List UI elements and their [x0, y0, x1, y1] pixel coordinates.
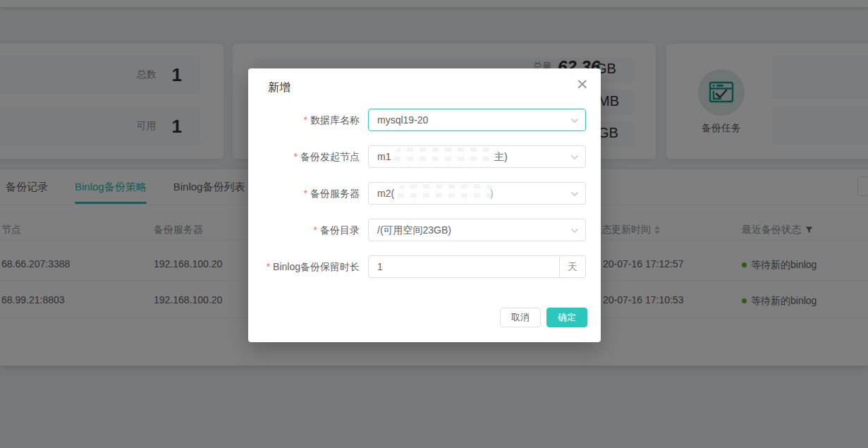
confirm-button[interactable]: 确定 [546, 308, 587, 327]
add-policy-modal: 新增 × *数据库名称 mysql19-20 *备份发起节点 m1 主) *备份… [248, 68, 601, 342]
required-asterisk: * [294, 151, 298, 162]
field-label: 备份服务器 [310, 188, 360, 199]
database-name-select[interactable]: mysql19-20 [368, 109, 586, 131]
chevron-down-icon [570, 116, 579, 125]
modal-title: 新增 [268, 80, 291, 95]
backup-server-suffix: ) [490, 183, 494, 204]
chevron-down-icon [570, 153, 579, 162]
field-backup-dir: *备份目录 /(可用空间23GB) [248, 219, 601, 241]
field-source-node: *备份发起节点 m1 主) [248, 145, 601, 168]
cancel-button[interactable]: 取消 [500, 308, 541, 327]
field-retention-duration: *Binlog备份保留时长 天 [248, 255, 601, 278]
close-icon[interactable]: × [576, 76, 589, 92]
redacted-blur-patch [394, 147, 499, 166]
field-backup-server: *备份服务器 m2( ) [248, 182, 601, 205]
retention-input[interactable] [369, 256, 561, 277]
required-asterisk: * [267, 261, 270, 272]
backup-dir-value: /(可用空间23GB) [377, 219, 451, 241]
field-label: 备份发起节点 [300, 151, 360, 162]
required-asterisk: * [314, 224, 317, 236]
backup-server-prefix: m2( [377, 183, 394, 204]
source-node-prefix: m1 [377, 146, 391, 167]
retention-unit: 天 [559, 256, 585, 277]
field-label: 数据库名称 [310, 114, 360, 126]
redacted-blur-patch [398, 184, 494, 202]
field-label: Binlog备份保留时长 [273, 261, 360, 272]
required-asterisk: * [304, 188, 307, 199]
chevron-down-icon [570, 226, 579, 235]
modal-footer: 取消 确定 [500, 308, 587, 327]
database-name-value: mysql19-20 [377, 109, 428, 131]
source-node-select[interactable]: m1 主) [368, 145, 586, 168]
retention-input-group: 天 [368, 255, 586, 278]
chevron-down-icon [570, 190, 579, 198]
source-node-suffix: 主) [494, 146, 508, 167]
required-asterisk: * [304, 114, 307, 126]
field-label: 备份目录 [320, 224, 360, 236]
field-database-name: *数据库名称 mysql19-20 [248, 109, 601, 131]
backup-server-select[interactable]: m2( ) [368, 182, 586, 205]
backup-dir-select[interactable]: /(可用空间23GB) [368, 219, 586, 241]
